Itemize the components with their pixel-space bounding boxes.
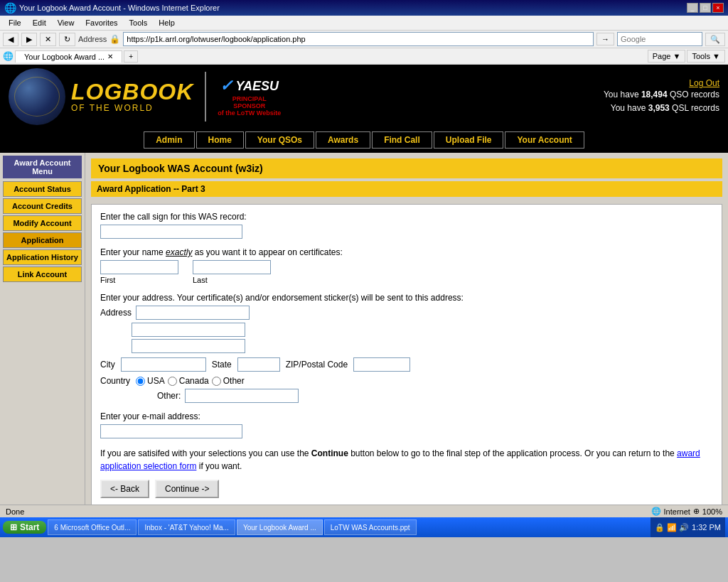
first-label: First [100, 276, 178, 284]
menu-favorites[interactable]: Favorites [80, 17, 123, 28]
callsign-input[interactable] [100, 225, 242, 239]
taskbar-left: ⊞ Start 6 Microsoft Office Outl... Inbox… [3, 519, 417, 535]
yaesu-logo: ✓ YAESU [220, 77, 279, 95]
tab-close-icon[interactable]: ✕ [107, 53, 113, 60]
other-country-input[interactable] [185, 389, 299, 403]
yaesu-label: YAESU [235, 79, 279, 94]
section-header: Award Application -- Part 3 [91, 181, 722, 197]
country-other-option[interactable]: Other [212, 376, 245, 386]
taskbar-task-1[interactable]: Inbox - 'AT&T Yahoo! Ma... [138, 519, 235, 535]
logo-logbook-text: LOGBOOK [71, 80, 193, 103]
sidebar-item-link-account[interactable]: Link Account [3, 266, 82, 282]
nav-admin[interactable]: Admin [144, 131, 194, 149]
address-input-3[interactable] [132, 339, 245, 353]
stop-button[interactable]: ✕ [40, 33, 56, 46]
last-name-input[interactable] [193, 260, 271, 274]
taskbar-task-2[interactable]: Your Logbook Award ... [237, 519, 323, 535]
continue-text: If you are satisifed with your selection… [100, 447, 713, 473]
tab-icon: 🌐 [3, 51, 14, 61]
sidebar-item-account-credits[interactable]: Account Credits [3, 198, 82, 214]
country-canada-radio[interactable] [168, 377, 177, 386]
menu-view[interactable]: View [52, 17, 80, 28]
city-input[interactable] [121, 357, 206, 372]
button-row: <- Back Continue -> [100, 480, 713, 498]
active-tab[interactable]: Your Logbook Award ... ✕ [15, 50, 122, 63]
first-name-col: First [100, 260, 178, 284]
country-canada-option[interactable]: Canada [168, 376, 209, 386]
page-menu-button[interactable]: Page ▼ [648, 50, 686, 63]
status-zone-icon: 🌐 [651, 507, 661, 516]
menu-file[interactable]: File [3, 17, 27, 28]
taskbar-time: 1:32 PM [692, 523, 721, 532]
zip-input[interactable] [353, 357, 410, 372]
logout-link[interactable]: Log Out [689, 78, 719, 88]
nav-bar: Admin Home Your QSOs Awards Find Call Up… [0, 129, 728, 153]
sidebar-item-application[interactable]: Application [3, 232, 82, 248]
nav-find-call[interactable]: Find Call [372, 131, 432, 149]
country-usa-option[interactable]: USA [136, 376, 165, 386]
sidebar-item-account-status[interactable]: Account Status [3, 181, 82, 197]
name-row: First Last [100, 260, 713, 284]
sidebar-item-modify-account[interactable]: Modify Account [3, 215, 82, 231]
address-input-2[interactable] [132, 323, 245, 337]
taskbar-task-0[interactable]: 6 Microsoft Office Outl... [48, 519, 136, 535]
menu-tools[interactable]: Tools [124, 17, 154, 28]
tools-menu-button[interactable]: Tools ▼ [687, 50, 725, 63]
back-browser-button[interactable]: ◀ [3, 33, 18, 46]
first-name-input[interactable] [100, 260, 178, 274]
lock-icon: 🔒 [109, 34, 120, 44]
last-name-col: Last [193, 260, 271, 284]
nav-home[interactable]: Home [196, 131, 244, 149]
windows-icon: ⊞ [10, 522, 17, 532]
go-button[interactable]: → [596, 33, 614, 45]
start-button[interactable]: ⊞ Start [3, 521, 46, 534]
address-input[interactable] [123, 32, 594, 46]
nav-awards[interactable]: Awards [316, 131, 370, 149]
email-input[interactable] [100, 424, 242, 438]
close-button[interactable]: × [712, 3, 724, 13]
taskbar-right: 🔒 📶 🔊 1:32 PM [651, 517, 725, 537]
globe-icon [9, 68, 65, 125]
city-zip-row: City State ZIP/Postal Code [100, 357, 713, 372]
address-intro-label: Enter your address. Your certificate(s) … [100, 293, 713, 303]
taskbar-icons: 🔒 📶 🔊 [655, 523, 689, 532]
logo-ofworld-text: OF THE WORLD [71, 103, 193, 113]
search-input[interactable] [617, 32, 702, 46]
menu-help[interactable]: Help [153, 17, 181, 28]
minimize-button[interactable]: _ [687, 3, 698, 13]
last-label: Last [193, 276, 271, 284]
continue-button[interactable]: Continue -> [155, 480, 219, 498]
back-button[interactable]: <- Back [100, 480, 149, 498]
app-container: LOGBOOK OF THE WORLD ✓ YAESU PRINCIPAL S… [0, 65, 728, 505]
other-label: Other: [157, 391, 181, 401]
name-group: Enter your name exactly as you want it t… [100, 247, 713, 284]
content-area: Your Logbook WAS Account (w3iz) Award Ap… [85, 153, 728, 505]
callsign-label: Enter the call sign for this WAS record: [100, 212, 713, 222]
nav-upload-file[interactable]: Upload File [434, 131, 504, 149]
nav-your-qsos[interactable]: Your QSOs [245, 131, 314, 149]
status-zoom-level: 100% [702, 507, 722, 516]
forward-button[interactable]: ▶ [21, 33, 37, 46]
status-bar: Done 🌐 Internet ⊕ 100% [0, 505, 728, 517]
address-group: Enter your address. Your certificate(s) … [100, 293, 713, 403]
menu-edit[interactable]: Edit [27, 17, 52, 28]
refresh-button[interactable]: ↻ [59, 33, 75, 46]
email-label: Enter your e-mail address: [100, 411, 713, 421]
browser-title: Your Logbook Award Account - Windows Int… [19, 4, 220, 12]
address-input-1[interactable] [136, 306, 250, 320]
yaesu-sponsor: ✓ YAESU PRINCIPAL SPONSOR of the LoTW We… [218, 77, 281, 117]
country-other-radio[interactable] [212, 377, 221, 386]
logbook-logo: LOGBOOK OF THE WORLD ✓ YAESU PRINCIPAL S… [9, 68, 281, 125]
sidebar-item-application-history[interactable]: Application History [3, 249, 82, 265]
logo-text: LOGBOOK OF THE WORLD [71, 80, 193, 113]
taskbar-task-3[interactable]: LoTW WAS Accounts.ppt [324, 519, 417, 535]
title-bar: 🌐 Your Logbook Award Account - Windows I… [0, 0, 728, 16]
nav-your-account[interactable]: Your Account [505, 131, 584, 149]
search-button[interactable]: 🔍 [705, 33, 725, 46]
country-usa-radio[interactable] [136, 377, 145, 386]
state-input[interactable] [237, 357, 280, 372]
name-label: Enter your name exactly as you want it t… [100, 247, 713, 257]
restore-button[interactable]: □ [700, 3, 711, 13]
address-line-2 [132, 323, 713, 337]
new-tab-button[interactable]: + [124, 50, 138, 63]
